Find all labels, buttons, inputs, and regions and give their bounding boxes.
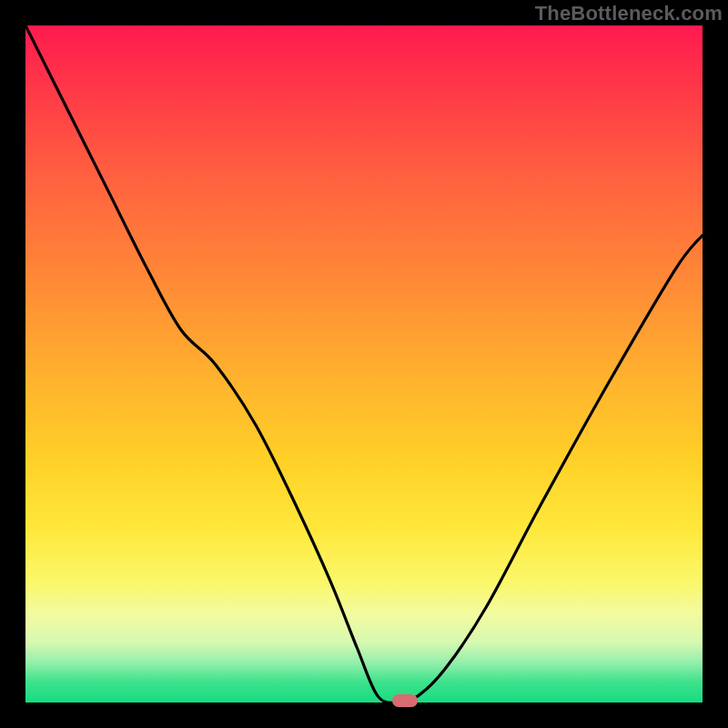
curve-path [25,25,703,703]
optimal-marker [392,694,418,707]
bottleneck-curve [25,25,703,703]
chart-frame: TheBottleneck.com [0,0,728,728]
watermark-text: TheBottleneck.com [535,2,723,25]
